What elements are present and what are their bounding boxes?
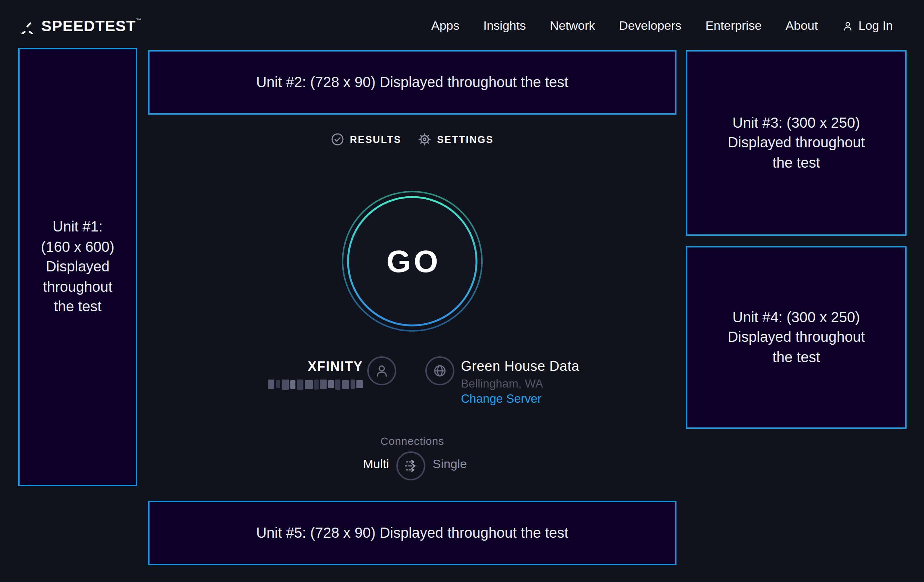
change-server-link[interactable]: Change Server bbox=[461, 392, 579, 406]
results-check-icon bbox=[331, 133, 344, 146]
isp-info: XFINITY bbox=[268, 359, 363, 390]
nav-item-about[interactable]: About bbox=[786, 19, 818, 33]
connections-toggle-icon[interactable] bbox=[396, 452, 425, 480]
ad-unit-1-text: Unit #1: (160 x 600) Displayed throughou… bbox=[41, 217, 114, 317]
nav-item-enterprise[interactable]: Enterprise bbox=[706, 19, 762, 33]
server-info: Green House Data Bellingham, WA Change S… bbox=[461, 358, 579, 406]
connections-title: Connections bbox=[148, 435, 676, 447]
tab-settings[interactable]: SETTINGS bbox=[418, 133, 493, 146]
go-button[interactable]: GO bbox=[336, 185, 488, 338]
tab-settings-label: SETTINGS bbox=[437, 134, 493, 145]
server-name: Green House Data bbox=[461, 358, 579, 374]
speedtest-main-panel: RESULTS bbox=[148, 0, 676, 582]
go-button-label: GO bbox=[336, 185, 488, 338]
ip-address-redacted bbox=[268, 379, 363, 390]
tab-results[interactable]: RESULTS bbox=[331, 133, 401, 146]
isp-user-icon bbox=[367, 356, 396, 385]
tab-results-label: RESULTS bbox=[350, 134, 401, 145]
connections-multi-option[interactable]: Multi bbox=[363, 457, 389, 472]
ad-unit-4-text: Unit #4: (300 x 250) Displayed throughou… bbox=[728, 307, 865, 368]
ad-unit-3[interactable]: Unit #3: (300 x 250) Displayed throughou… bbox=[686, 50, 907, 236]
ad-unit-1[interactable]: Unit #1: (160 x 600) Displayed throughou… bbox=[18, 48, 137, 486]
tabs-row: RESULTS bbox=[148, 133, 676, 146]
user-icon bbox=[842, 20, 853, 32]
ad-unit-3-text: Unit #3: (300 x 250) Displayed throughou… bbox=[728, 113, 865, 173]
login-link[interactable]: Log In bbox=[842, 19, 893, 33]
server-location: Bellingham, WA bbox=[461, 378, 579, 391]
isp-name: XFINITY bbox=[268, 359, 363, 374]
speedtest-gauge-icon bbox=[20, 18, 35, 34]
connections-single-option[interactable]: Single bbox=[432, 457, 467, 472]
settings-gear-icon bbox=[418, 133, 431, 146]
speedtest-logo[interactable]: SPEEDTEST™ bbox=[20, 17, 142, 35]
ad-unit-4[interactable]: Unit #4: (300 x 250) Displayed throughou… bbox=[686, 246, 907, 429]
server-globe-icon bbox=[425, 356, 454, 385]
logo-text: SPEEDTEST™ bbox=[41, 17, 142, 35]
trademark-mark: ™ bbox=[136, 17, 142, 24]
speedtest-page: SPEEDTEST™ Apps Insights Network Develop… bbox=[0, 0, 924, 582]
login-label: Log In bbox=[858, 19, 893, 33]
